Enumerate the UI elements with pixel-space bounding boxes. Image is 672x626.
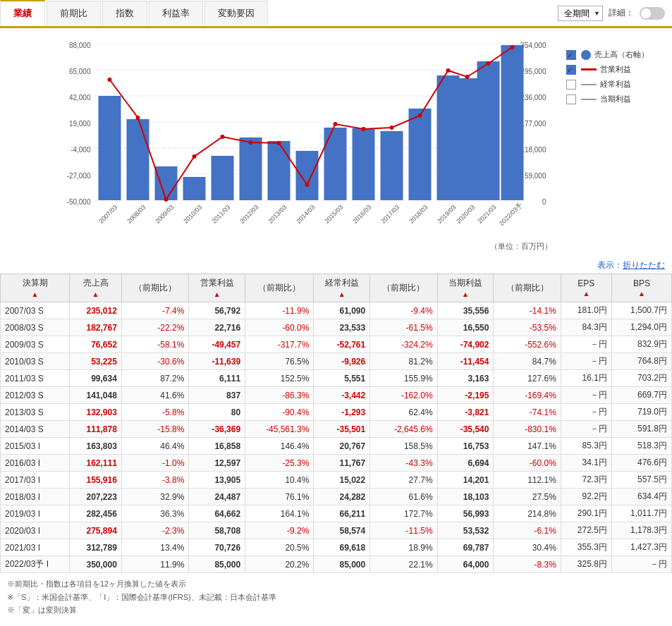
table-cell: -15.8% (121, 421, 188, 438)
table-cell: 20.5% (245, 539, 314, 556)
bar-2018 (409, 109, 432, 200)
dot-2016 (362, 127, 366, 131)
legend-ord-label: 経常利益 (600, 79, 631, 90)
table-cell: 69,618 (314, 539, 370, 556)
tab-zenki[interactable]: 前期比 (47, 1, 101, 25)
table-cell: 127.6% (494, 370, 561, 387)
table-cell: 703.2円 (611, 370, 671, 387)
table-cell: 1,500.7円 (611, 302, 671, 319)
svg-text:2022/03予: 2022/03予 (498, 202, 523, 227)
table-cell: 70,726 (189, 539, 245, 556)
th-op[interactable]: 営業利益▲ (189, 274, 245, 302)
tab-gyoseki[interactable]: 業績 (0, 0, 45, 26)
table-cell: 16,550 (437, 319, 494, 336)
table-row: 2016/03 I162,111-1.0%12,597-25.3%11,767-… (1, 455, 672, 472)
th-ord[interactable]: 経常利益▲ (314, 274, 370, 302)
table-cell: 27.7% (370, 472, 437, 489)
table-cell: -61.5% (370, 319, 437, 336)
table-row: 2017/03 I155,916-3.8%13,90510.4%15,02227… (1, 472, 672, 489)
legend-sales-checkbox[interactable]: ✓ (566, 50, 576, 60)
table-cell: 76.5% (245, 353, 314, 370)
table-row: 2011/03 S99,63487.2%6,111152.5%5,551155.… (1, 370, 672, 387)
svg-text:42,000: 42,000 (69, 94, 91, 102)
legend-sales-dot (581, 50, 591, 60)
legend-ord[interactable]: 経常利益 (566, 79, 672, 90)
table-cell: -1,293 (314, 404, 370, 421)
svg-text:2018/03: 2018/03 (408, 204, 429, 225)
table-cell: 99,634 (70, 370, 122, 387)
legend-op-checkbox[interactable]: ✓ (566, 65, 576, 75)
table-cell: 46.4% (121, 438, 188, 455)
table-cell: -324.2% (370, 336, 437, 353)
svg-text:2019/03: 2019/03 (436, 204, 457, 225)
table-cell: 30.4% (494, 539, 561, 556)
th-net[interactable]: 当期利益▲ (437, 274, 494, 302)
table-cell: 27.5% (494, 489, 561, 505)
table-cell: 764.8円 (611, 353, 671, 370)
table-cell: 669.7円 (611, 387, 671, 404)
table-cell: 18,103 (437, 489, 494, 505)
period-select[interactable]: 全期間 5年 10年 (558, 6, 603, 21)
legend-sales[interactable]: ✓ 売上高（右軸） (566, 49, 672, 60)
display-label: 表示： (597, 259, 623, 271)
table-row: 2007/03 S235,012-7.4%56,792-11.9%61,090-… (1, 302, 672, 319)
table-cell: 76.1% (245, 489, 314, 505)
period-selector[interactable]: 全期間 5年 10年 (558, 6, 603, 21)
table-cell: -3,821 (437, 404, 494, 421)
table-cell: -60.0% (245, 319, 314, 336)
table-cell: 634.4円 (611, 489, 671, 505)
svg-text:2017/03: 2017/03 (379, 204, 401, 225)
table-cell: 32.9% (121, 489, 188, 505)
table-cell: 85,000 (314, 556, 370, 573)
table-cell: 518.3円 (611, 438, 671, 455)
table-cell: 61.6% (370, 489, 437, 505)
legend-ord-checkbox[interactable] (566, 80, 576, 90)
table-cell: 18.9% (370, 539, 437, 556)
fold-link[interactable]: 折りたたむ (623, 259, 665, 271)
table-cell: 84.3円 (561, 319, 611, 336)
table-cell: 16,753 (437, 438, 494, 455)
table-row: 2022/03予 I350,00011.9%85,00020.2%85,0002… (1, 556, 672, 573)
tab-hendoYoin[interactable]: 変動要因 (204, 1, 268, 25)
table-cell: 5,551 (314, 370, 370, 387)
table-cell: 53,225 (70, 353, 122, 370)
table-cell: 14,201 (437, 472, 494, 489)
bar-2015 (324, 128, 347, 200)
th-sales[interactable]: 売上高▲ (70, 274, 122, 302)
table-cell: -1.0% (121, 455, 188, 472)
table-cell: -3,442 (314, 387, 370, 404)
table-cell: 214.8% (494, 505, 561, 522)
table-cell: -49,457 (189, 336, 245, 353)
legend-op[interactable]: ✓ 営業利益 (566, 64, 672, 75)
tab-riekiRitsu[interactable]: 利益率 (149, 1, 203, 25)
svg-text:59,000: 59,000 (525, 172, 546, 180)
th-term[interactable]: 決算期▲ (1, 274, 70, 302)
svg-text:236,000: 236,000 (520, 94, 546, 102)
legend-net-checkbox[interactable] (566, 94, 576, 104)
table-row: 2015/03 I163,80346.4%16,858146.4%20,7671… (1, 438, 672, 455)
dot-2019 (446, 68, 451, 73)
table-cell: 35,556 (437, 302, 494, 319)
table-row: 2010/03 S53,225-30.6%-11,63976.5%-9,9268… (1, 353, 672, 370)
legend-net[interactable]: 当期利益 (566, 94, 672, 104)
th-bps[interactable]: BPS▲ (611, 274, 671, 302)
table-cell: 2016/03 I (1, 455, 70, 472)
table-cell: -9,926 (314, 353, 370, 370)
table-cell: 16,858 (189, 438, 245, 455)
legend-net-line (581, 99, 597, 100)
tab-shisu[interactable]: 指数 (102, 1, 147, 25)
detail-toggle[interactable] (640, 7, 665, 20)
chart-legend: ✓ 売上高（右軸） ✓ 営業利益 経常利益 当期利益 (566, 35, 672, 254)
table-cell: 15,022 (314, 472, 370, 489)
legend-sales-label: 売上高（右軸） (594, 49, 649, 60)
table-cell: 20,767 (314, 438, 370, 455)
table-cell: －円 (561, 353, 611, 370)
bar-2014 (296, 151, 319, 200)
legend-ord-line (581, 84, 597, 85)
table-cell: -36,369 (189, 421, 245, 438)
table-cell: 2014/03 S (1, 421, 70, 438)
table-cell: -2,195 (437, 387, 494, 404)
legend-net-label: 当期利益 (600, 94, 631, 104)
table-cell: 87.2% (121, 370, 188, 387)
th-eps[interactable]: EPS▲ (561, 274, 611, 302)
